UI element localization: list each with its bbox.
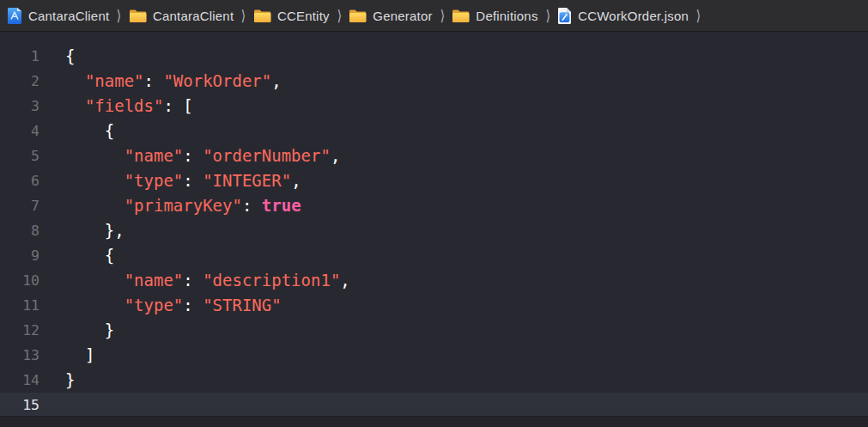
breadcrumb-item-generator[interactable]: Generator xyxy=(349,9,432,23)
line-number: 4 xyxy=(0,119,39,143)
code-line-13[interactable]: 13 ] xyxy=(0,343,868,368)
code-text: "fields": [ xyxy=(65,94,193,119)
code-text: { xyxy=(65,243,114,268)
code-line-12[interactable]: 12 } xyxy=(0,318,868,343)
editor-bottom-strip xyxy=(0,416,868,427)
code-line-14[interactable]: 14} xyxy=(0,368,868,393)
breadcrumb-label: CantaraClient xyxy=(153,9,234,23)
line-number: 8 xyxy=(0,218,39,243)
breadcrumb: CantaraClient⟩CantaraClient⟩CCEntity⟩Gen… xyxy=(0,0,868,32)
chevron-right-icon: ⟩ xyxy=(337,7,341,25)
code-line-3[interactable]: 3 "fields": [ xyxy=(0,94,868,119)
chevron-right-icon: ⟩ xyxy=(696,7,701,25)
code-line-8[interactable]: 8 }, xyxy=(0,218,868,243)
chevron-right-icon: ⟩ xyxy=(440,7,444,25)
breadcrumb-label: CCEntity xyxy=(277,9,330,23)
line-number: 7 xyxy=(0,193,39,218)
code-text: ] xyxy=(65,343,94,368)
line-number: 1 xyxy=(0,44,39,69)
code-line-15[interactable]: 15 xyxy=(0,393,868,416)
code-line-11[interactable]: 11 "type": "STRING" xyxy=(0,293,868,318)
code-line-1[interactable]: 1{ xyxy=(0,44,868,69)
line-number: 12 xyxy=(0,318,39,343)
code-text: } xyxy=(65,368,75,393)
code-text: "name": "orderNumber", xyxy=(65,143,340,168)
xcode-project-icon xyxy=(7,7,22,24)
line-number: 2 xyxy=(0,69,39,94)
breadcrumb-label: CCWorkOrder.json xyxy=(578,9,689,23)
line-number: 10 xyxy=(0,268,39,293)
breadcrumb-item-cantaraclient[interactable]: CantaraClient xyxy=(129,9,234,23)
code-line-9[interactable]: 9 { xyxy=(0,243,868,268)
line-number: 15 xyxy=(0,393,39,416)
line-number: 5 xyxy=(0,143,39,168)
line-number: 3 xyxy=(0,94,39,119)
code-editor[interactable]: 1{2 "name": "WorkOrder",3 "fields": [4 {… xyxy=(0,32,868,416)
breadcrumb-label: Generator xyxy=(373,9,432,23)
breadcrumb-item-ccworkorder-json[interactable]: CCWorkOrder.json xyxy=(557,7,689,25)
line-number: 9 xyxy=(0,243,39,268)
code-text: }, xyxy=(65,218,124,243)
chevron-right-icon: ⟩ xyxy=(545,7,549,25)
folder-icon xyxy=(253,9,271,23)
code-text: { xyxy=(65,119,114,143)
code-line-7[interactable]: 7 "primaryKey": true xyxy=(0,193,868,218)
json-file-icon xyxy=(557,7,572,25)
line-number: 6 xyxy=(0,168,39,193)
code-text: } xyxy=(65,318,114,343)
folder-icon xyxy=(349,9,367,23)
line-number: 14 xyxy=(0,368,39,393)
folder-icon xyxy=(452,9,470,23)
breadcrumb-label: CantaraClient xyxy=(28,9,109,23)
breadcrumb-item-definitions[interactable]: Definitions xyxy=(452,9,537,23)
line-number: 13 xyxy=(0,343,39,368)
breadcrumb-item-cantaraclient[interactable]: CantaraClient xyxy=(7,7,109,24)
code-line-4[interactable]: 4 { xyxy=(0,119,868,143)
code-line-2[interactable]: 2 "name": "WorkOrder", xyxy=(0,69,868,94)
code-line-5[interactable]: 5 "name": "orderNumber", xyxy=(0,143,868,168)
breadcrumb-label: Definitions xyxy=(476,9,537,23)
chevron-right-icon: ⟩ xyxy=(117,7,121,25)
folder-icon xyxy=(129,9,147,23)
chevron-right-icon: ⟩ xyxy=(241,7,246,25)
code-text: "type": "STRING" xyxy=(65,293,282,318)
code-line-6[interactable]: 6 "type": "INTEGER", xyxy=(0,168,868,193)
code-text: "name": "WorkOrder", xyxy=(65,69,282,94)
code-text: { xyxy=(65,44,75,69)
code-text: "type": "INTEGER", xyxy=(65,168,301,193)
code-text: "primaryKey": true xyxy=(65,193,301,218)
code-text: "name": "description1", xyxy=(65,268,350,293)
line-number: 11 xyxy=(0,293,39,318)
code-line-10[interactable]: 10 "name": "description1", xyxy=(0,268,868,293)
breadcrumb-item-ccentity[interactable]: CCEntity xyxy=(253,9,330,23)
